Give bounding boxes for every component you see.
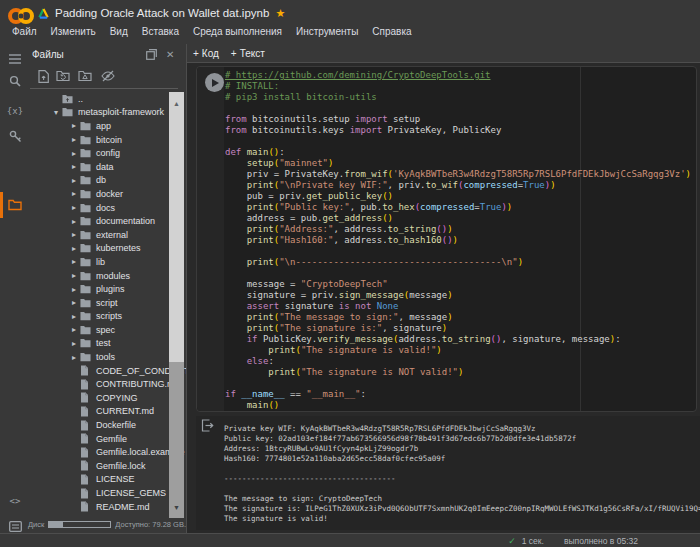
- code-cell[interactable]: # https://github.com/demining/CryptoDeep…: [196, 66, 697, 412]
- expand-arrow-icon[interactable]: ▸: [68, 230, 80, 239]
- tree-item[interactable]: CURRENT.md: [30, 405, 186, 419]
- code-line: print("The signature is valid!"): [225, 345, 694, 356]
- star-icon[interactable]: ★: [275, 7, 285, 20]
- tree-item[interactable]: Gemfile.lock: [30, 459, 186, 473]
- run-cell-button[interactable]: [205, 73, 224, 92]
- tree-item[interactable]: CONTRIBUTING.md: [30, 377, 186, 391]
- expand-arrow-icon[interactable]: ▸: [68, 203, 80, 212]
- tree-item[interactable]: ▸scripts: [30, 310, 186, 324]
- menu-item[interactable]: Файл: [12, 26, 37, 37]
- tree-item[interactable]: ▸bitcoin: [30, 133, 186, 147]
- open-in-tab-icon[interactable]: [146, 49, 157, 60]
- code-line: print("\n-------------------------------…: [225, 257, 694, 268]
- tree-item[interactable]: LICENSE_GEMS: [30, 486, 186, 500]
- expand-arrow-icon[interactable]: ▸: [68, 244, 80, 253]
- toggle-hidden-files-icon[interactable]: [100, 68, 116, 84]
- tree-item[interactable]: ▸test: [30, 337, 186, 351]
- code-line: # INSTALL:: [225, 81, 694, 92]
- folder-icon: [80, 284, 94, 294]
- menu-item[interactable]: Среда выполнения: [193, 26, 282, 37]
- refresh-folder-icon[interactable]: [55, 68, 71, 84]
- code-editor[interactable]: # https://github.com/demining/CryptoDeep…: [225, 70, 694, 411]
- tree-item[interactable]: LICENSE: [30, 473, 186, 487]
- expand-arrow-icon[interactable]: ▸: [68, 312, 80, 321]
- expand-arrow-icon[interactable]: ▸: [68, 149, 80, 158]
- close-panel-icon[interactable]: ✕: [166, 49, 174, 60]
- colab-logo-icon[interactable]: [6, 6, 36, 26]
- tree-item[interactable]: ▸script: [30, 296, 186, 310]
- scrollbar-thumb[interactable]: [169, 92, 184, 362]
- tree-item[interactable]: ▸docker: [30, 187, 186, 201]
- tree-item[interactable]: ▸lib: [30, 255, 186, 269]
- secrets-key-icon[interactable]: [0, 125, 30, 147]
- output-actions-icon[interactable]: [201, 419, 214, 432]
- play-icon: [212, 79, 219, 87]
- mount-drive-icon[interactable]: [77, 68, 93, 84]
- collapse-arrow-icon[interactable]: ▾: [50, 108, 62, 117]
- code-line: print("The signature is:", signature): [225, 323, 694, 334]
- code-line: [225, 268, 694, 279]
- upload-file-icon[interactable]: [35, 68, 51, 84]
- tree-item-label: script: [94, 298, 118, 308]
- tree-item[interactable]: COPYING: [30, 391, 186, 405]
- code-line: if PublicKey.verify_message(address.to_s…: [225, 334, 694, 345]
- file-icon: [80, 474, 94, 485]
- menu-item[interactable]: Справка: [372, 26, 411, 37]
- output-line: [224, 484, 700, 494]
- menu-item[interactable]: Вид: [110, 26, 128, 37]
- tree-item[interactable]: ▸documentation: [30, 214, 186, 228]
- tree-item[interactable]: ▸plugins: [30, 282, 186, 296]
- notebook-title[interactable]: Padding Oracle Attack on Wallet dat.ipyn…: [55, 7, 269, 19]
- expand-arrow-icon[interactable]: ▸: [68, 298, 80, 307]
- expand-arrow-icon[interactable]: ▸: [68, 339, 80, 348]
- tree-item[interactable]: ▸spec: [30, 323, 186, 337]
- variables-icon[interactable]: {x}: [0, 100, 30, 122]
- tree-item[interactable]: ▸docs: [30, 201, 186, 215]
- expand-arrow-icon[interactable]: ▸: [68, 285, 80, 294]
- tree-item[interactable]: ▸kubernetes: [30, 242, 186, 256]
- folder-icon: [80, 175, 94, 185]
- menu-item[interactable]: Изменить: [51, 26, 96, 37]
- tree-item[interactable]: ▸modules: [30, 269, 186, 283]
- tree-item[interactable]: ▸external: [30, 228, 186, 242]
- files-folder-icon[interactable]: [0, 194, 30, 216]
- add-text-button[interactable]: + Текст: [231, 48, 265, 59]
- expand-arrow-icon[interactable]: ▸: [68, 189, 80, 198]
- top-header: Padding Oracle Attack on Wallet dat.ipyn…: [0, 0, 700, 45]
- expand-arrow-icon[interactable]: ▸: [68, 353, 80, 362]
- scroll-down-icon[interactable]: ▼: [169, 504, 184, 511]
- tree-item[interactable]: ▾metasploit-framework: [30, 106, 186, 120]
- scroll-up-icon[interactable]: ▲: [169, 100, 184, 107]
- search-icon[interactable]: [0, 70, 30, 92]
- add-code-button[interactable]: + Код: [193, 48, 219, 59]
- tree-item[interactable]: CODE_OF_CONDUCT.md: [30, 364, 186, 378]
- menu-item[interactable]: Вставка: [142, 26, 179, 37]
- expand-arrow-icon[interactable]: ▸: [68, 217, 80, 226]
- tree-item[interactable]: Gemfile.local.example: [30, 445, 186, 459]
- tree-item[interactable]: ▸tools: [30, 350, 186, 364]
- tree-item[interactable]: Gemfile: [30, 432, 186, 446]
- expand-arrow-icon[interactable]: ▸: [68, 271, 80, 280]
- tree-item[interactable]: ▸config: [30, 146, 186, 160]
- menu-item[interactable]: Инструменты: [296, 26, 358, 37]
- tree-item[interactable]: ..: [30, 92, 186, 106]
- code-line: main(): [225, 400, 694, 411]
- tree-item-label: tools: [94, 352, 115, 362]
- tree-item-label: kubernetes: [94, 243, 141, 253]
- tree-item[interactable]: Dockerfile: [30, 418, 186, 432]
- expand-arrow-icon[interactable]: ▸: [68, 162, 80, 171]
- tree-item[interactable]: ▸app: [30, 119, 186, 133]
- cell-gutter: [197, 67, 224, 411]
- code-snippets-icon[interactable]: <>: [0, 490, 30, 512]
- tree-item-label: LICENSE: [94, 474, 135, 484]
- file-tree-scrollbar[interactable]: ▲ ▼: [169, 92, 184, 518]
- tree-item[interactable]: ▸data: [30, 160, 186, 174]
- table-of-contents-icon[interactable]: [0, 48, 30, 70]
- expand-arrow-icon[interactable]: ▸: [68, 257, 80, 266]
- expand-arrow-icon[interactable]: ▸: [68, 176, 80, 185]
- expand-arrow-icon[interactable]: ▸: [68, 325, 80, 334]
- expand-arrow-icon[interactable]: ▸: [68, 121, 80, 130]
- tree-item[interactable]: ▸db: [30, 174, 186, 188]
- tree-item[interactable]: README.md: [30, 500, 186, 514]
- expand-arrow-icon[interactable]: ▸: [68, 135, 80, 144]
